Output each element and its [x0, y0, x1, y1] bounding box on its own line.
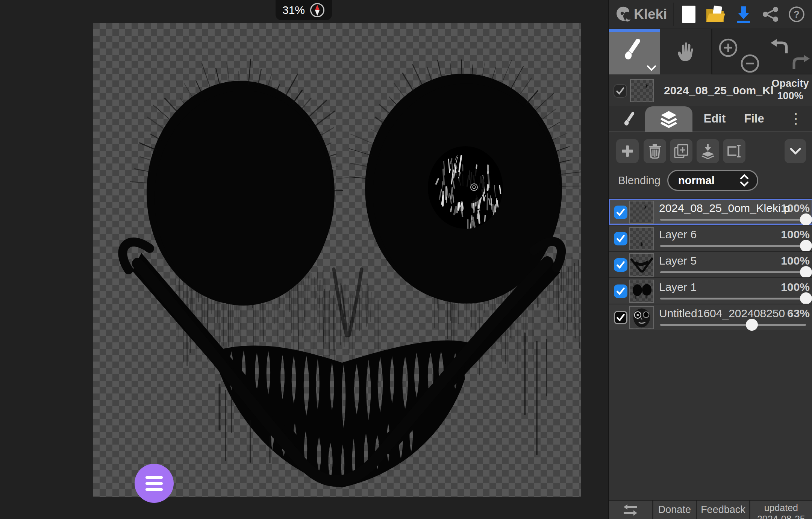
- chevron-down-icon: [647, 65, 656, 71]
- side-panel: Kleki: [608, 0, 812, 519]
- current-layer-thumbnail[interactable]: [630, 79, 654, 102]
- thumbnail-sketch: [630, 201, 653, 223]
- trash-icon: [648, 144, 662, 159]
- select-chevrons-icon: [740, 174, 749, 187]
- layer-name: 2024_08_25_0om_Kleki.p: [659, 202, 790, 215]
- help-button[interactable]: ?: [786, 4, 807, 24]
- current-layer-visibility-checkbox[interactable]: [614, 84, 627, 98]
- menu-button[interactable]: [135, 464, 174, 503]
- slider-knob[interactable]: [800, 240, 812, 252]
- thumbnail-sketch: [631, 80, 655, 101]
- redo-button[interactable]: [792, 54, 810, 73]
- layer-opacity-value: 100%: [781, 228, 810, 241]
- undo-button[interactable]: [770, 38, 789, 57]
- tab-edit[interactable]: Edit: [696, 112, 733, 126]
- current-layer-opacity: Opacity 100%: [771, 77, 810, 102]
- layer-thumbnail[interactable]: [629, 280, 654, 303]
- slider-knob[interactable]: [746, 319, 758, 331]
- merge-down-button[interactable]: [697, 139, 719, 163]
- brush-tool-button[interactable]: [609, 29, 660, 74]
- check-icon: [616, 287, 626, 296]
- download-icon: [734, 5, 753, 24]
- open-file-button[interactable]: [703, 4, 727, 25]
- plus-icon: [621, 145, 634, 157]
- layer-row[interactable]: 2024_08_25_0om_Kleki.p 100%: [609, 198, 812, 225]
- app-title: Kleki: [634, 6, 667, 22]
- layer-row[interactable]: Layer 5 100%: [609, 251, 812, 277]
- app-logo: Kleki: [609, 5, 672, 23]
- zoom-in-button[interactable]: [718, 38, 738, 59]
- panel-tabs: Edit File ⋮: [609, 106, 812, 132]
- help-icon: ?: [788, 6, 805, 23]
- layer-visibility-checkbox[interactable]: [614, 311, 627, 324]
- tab-brush[interactable]: [620, 111, 638, 129]
- layer-opacity-slider[interactable]: [660, 271, 806, 273]
- panel-header: Kleki: [609, 0, 812, 29]
- compass-icon[interactable]: [309, 2, 325, 18]
- layer-visibility-checkbox[interactable]: [614, 284, 627, 298]
- new-image-button[interactable]: [680, 3, 698, 25]
- share-icon: [761, 6, 779, 22]
- brush-icon: [619, 37, 645, 64]
- layer-row[interactable]: Layer 6 100%: [609, 225, 812, 251]
- kleki-logo-icon: [614, 5, 632, 23]
- slider-knob[interactable]: [800, 292, 812, 304]
- slider-knob[interactable]: [800, 213, 812, 225]
- more-options-button[interactable]: ⋮: [786, 111, 805, 126]
- layer-name: Layer 6: [659, 228, 697, 241]
- layers-tab-icon: [659, 110, 679, 128]
- layer-thumbnail[interactable]: [629, 306, 654, 329]
- drawing-canvas[interactable]: [93, 23, 581, 497]
- layer-visibility-checkbox[interactable]: [614, 206, 627, 219]
- layer-row[interactable]: Untitled1604_202408250 63%: [609, 304, 812, 330]
- header-divider: [673, 3, 674, 26]
- swap-arrows-icon: [623, 504, 638, 516]
- layer-thumbnail[interactable]: [629, 201, 654, 224]
- brush-tab-icon: [620, 111, 638, 128]
- layer-opacity-slider[interactable]: [660, 245, 806, 247]
- duplicate-layer-button[interactable]: [670, 139, 692, 163]
- hamburger-icon: [145, 476, 163, 491]
- redo-icon: [792, 54, 810, 72]
- layer-opacity-slider[interactable]: [660, 324, 806, 326]
- donate-link[interactable]: Donate: [652, 501, 696, 519]
- layer-visibility-checkbox[interactable]: [614, 258, 627, 272]
- rename-layer-button[interactable]: [723, 139, 745, 163]
- header-actions: ?: [674, 0, 812, 29]
- save-download-button[interactable]: [733, 3, 754, 25]
- tab-file[interactable]: File: [737, 112, 771, 126]
- layer-thumbnail[interactable]: [629, 227, 654, 250]
- tab-layers[interactable]: [645, 106, 692, 132]
- zoom-out-button[interactable]: [740, 53, 760, 75]
- delete-layer-button[interactable]: [644, 139, 666, 163]
- add-layer-button[interactable]: [616, 139, 639, 163]
- layer-row[interactable]: Layer 1 100%: [609, 277, 812, 304]
- zoom-out-icon: [740, 53, 760, 74]
- rename-icon: [726, 144, 742, 158]
- chevron-down-icon: [790, 148, 801, 154]
- thumbnail-smile: [630, 254, 653, 276]
- blending-select[interactable]: normal: [667, 170, 758, 191]
- blending-row: Blending: [618, 174, 661, 187]
- collapse-panel-button[interactable]: [785, 139, 806, 163]
- check-icon: [616, 234, 626, 243]
- feedback-link[interactable]: Feedback: [696, 501, 749, 519]
- history-button[interactable]: [609, 501, 652, 519]
- opacity-label: Opacity: [771, 77, 810, 90]
- hand-tool-button[interactable]: [660, 29, 711, 74]
- blending-label: Blending: [618, 174, 661, 186]
- share-button[interactable]: [760, 5, 781, 24]
- updated-info: updated 2024-08-25: [749, 501, 812, 519]
- layer-opacity-slider[interactable]: [660, 219, 806, 221]
- layer-opacity-slider[interactable]: [660, 298, 806, 300]
- slider-knob[interactable]: [800, 266, 812, 278]
- layer-name: Layer 1: [659, 281, 697, 294]
- panel-footer: Donate Feedback updated 2024-08-25: [609, 500, 812, 519]
- blending-value: normal: [678, 174, 740, 187]
- layer-visibility-checkbox[interactable]: [614, 232, 627, 245]
- current-layer-summary: 2024_08_25_0om_Kl Opacity 100%: [609, 74, 812, 106]
- svg-text:?: ?: [794, 9, 800, 20]
- opacity-value: 100%: [771, 90, 810, 102]
- check-icon: [616, 313, 626, 322]
- layer-thumbnail[interactable]: [629, 253, 654, 277]
